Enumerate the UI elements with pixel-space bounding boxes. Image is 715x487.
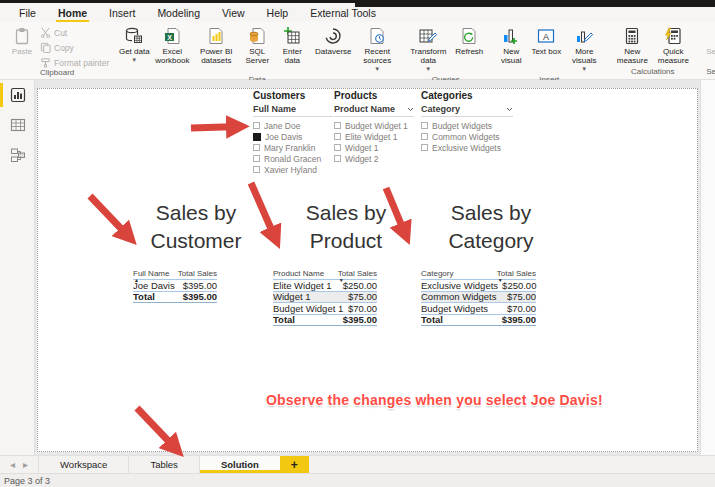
customers-slicer[interactable]: Customers Full Name Jane Doe Joe Davis M… (253, 90, 333, 175)
menu-tab-help[interactable]: Help (256, 4, 300, 22)
chevron-down-icon[interactable] (506, 107, 513, 112)
get-data-button[interactable]: Get data▼ (117, 24, 151, 66)
slicer-item[interactable]: Common Widgets (421, 131, 513, 142)
copy-label: Copy (54, 43, 74, 53)
checkbox-unchecked-icon[interactable] (253, 144, 260, 151)
new-visual-button[interactable]: New visual (494, 24, 528, 67)
annotation-text[interactable]: Observe the changes when you select Joe … (266, 392, 603, 408)
slicer-item[interactable]: Widget 2 (334, 153, 414, 164)
calculator-icon (622, 26, 642, 46)
paste-label: Paste (12, 47, 32, 56)
checkbox-unchecked-icon[interactable] (334, 144, 341, 151)
slicer-item[interactable]: Jane Doe (253, 120, 333, 131)
new-visual-label: New visual (495, 47, 527, 65)
slicer-item[interactable]: Xavier Hyland (253, 164, 333, 175)
quick-measure-button[interactable]: Quick measure (653, 24, 693, 67)
sales-by-category-table[interactable]: Category Total Sales▼ Exclusive Widgets$… (421, 267, 536, 326)
sales-by-product-title[interactable]: Sales by Product (280, 199, 412, 255)
dataverse-icon (323, 26, 343, 46)
data-view-button[interactable] (0, 110, 35, 140)
power-bi-datasets-button[interactable]: Power BI datasets (193, 24, 239, 67)
table-row[interactable]: Elite Widget 1$250.00 (273, 280, 377, 292)
menu-tab-file[interactable]: File (8, 4, 47, 22)
checkbox-unchecked-icon[interactable] (421, 144, 428, 151)
cut-label: Cut (54, 28, 67, 38)
checkbox-unchecked-icon[interactable] (421, 133, 428, 140)
data-view-icon (10, 117, 26, 133)
menu-tab-view[interactable]: View (211, 4, 256, 22)
recent-sources-button[interactable]: Recent sources▼ (357, 24, 397, 75)
table-row[interactable]: Common Widgets$75.00 (421, 292, 536, 304)
enter-data-button[interactable]: Enter data (275, 24, 309, 67)
format-painter-button[interactable]: Format painter (40, 57, 109, 68)
more-visuals-icon (574, 26, 594, 46)
slicer-item[interactable]: Ronald Gracen (253, 153, 333, 164)
slicer-field-header[interactable]: Product Name (334, 104, 414, 117)
excel-workbook-button[interactable]: X Excel workbook (152, 24, 192, 67)
checkbox-unchecked-icon[interactable] (253, 155, 260, 162)
menu-tab-home[interactable]: Home (47, 4, 98, 22)
canvas-scrollbar-track[interactable] (700, 80, 715, 455)
report-view-button[interactable] (0, 80, 35, 110)
checkbox-unchecked-icon[interactable] (334, 122, 341, 129)
checkbox-unchecked-icon[interactable] (334, 133, 341, 140)
new-measure-button[interactable]: New measure (612, 24, 652, 67)
categories-slicer[interactable]: Categories Category Budget Widgets Commo… (421, 90, 513, 153)
slicer-item[interactable]: Widget 1 (334, 142, 414, 153)
sales-by-customer-table[interactable]: Full Name▲ Total Sales Joe Davis$395.00 … (133, 267, 217, 303)
slicer-item[interactable]: Exclusive Widgets (421, 142, 513, 153)
model-view-icon (10, 147, 26, 163)
table-row[interactable]: Exclusive Widgets$250.00 (421, 280, 536, 292)
sales-by-customer-title[interactable]: Sales by Customer (121, 199, 271, 255)
slicer-field-header[interactable]: Full Name (253, 104, 333, 117)
menu-tab-modeling[interactable]: Modeling (146, 4, 211, 22)
new-page-button[interactable]: + (280, 456, 309, 473)
sensitivity-button[interactable]: Sensitivity▼ (701, 24, 715, 66)
more-visuals-button[interactable]: More visuals▼ (564, 24, 604, 75)
checkbox-unchecked-icon[interactable] (253, 166, 260, 173)
dataverse-button[interactable]: Dataverse (310, 24, 356, 58)
slicer-item[interactable]: Budget Widgets (421, 120, 513, 131)
page-tab-solution[interactable]: Solution (199, 456, 280, 473)
table-row[interactable]: Joe Davis$395.00 (133, 280, 217, 292)
ribbon-group-data: Get data▼ X Excel workbook Power BI data… (114, 23, 400, 78)
recent-sources-icon (367, 26, 387, 46)
next-page-arrow-icon[interactable]: ▸ (23, 459, 28, 470)
slicer-item[interactable]: Mary Franklin (253, 142, 333, 153)
paste-button[interactable]: Paste (5, 24, 39, 58)
ribbon-group-queries: Transform data▼ Refresh Queries (402, 23, 489, 78)
checkbox-unchecked-icon[interactable] (421, 122, 428, 129)
dropdown-caret-icon: ▼ (581, 66, 587, 73)
slicer-item[interactable]: Elite Widget 1 (334, 131, 414, 142)
transform-data-button[interactable]: Transform data▼ (405, 24, 451, 75)
previous-page-arrow-icon[interactable]: ◂ (10, 459, 15, 470)
checkbox-checked-icon[interactable] (253, 133, 261, 141)
page-tab-tables[interactable]: Tables (128, 456, 198, 473)
report-page[interactable]: Customers Full Name Jane Doe Joe Davis M… (37, 88, 698, 452)
table-header-row[interactable]: Category Total Sales▼ (421, 267, 536, 280)
quick-measure-label: Quick measure (654, 47, 692, 65)
menu-tab-insert[interactable]: Insert (98, 4, 146, 22)
sales-by-category-title[interactable]: Sales by Category (421, 199, 561, 255)
slicer-field-header[interactable]: Category (421, 104, 513, 117)
checkbox-unchecked-icon[interactable] (334, 155, 341, 162)
model-view-button[interactable] (0, 140, 35, 170)
get-data-label: Get data (119, 47, 150, 56)
slicer-item[interactable]: Budget Widget 1 (334, 120, 414, 131)
page-tab-workspace[interactable]: Workspace (38, 456, 128, 473)
table-header-row[interactable]: Full Name▲ Total Sales (133, 267, 217, 280)
checkbox-unchecked-icon[interactable] (253, 122, 260, 129)
refresh-button[interactable]: Refresh (452, 24, 486, 58)
table-row[interactable]: Widget 1$75.00 (273, 292, 377, 304)
table-row[interactable]: Budget Widgets$70.00 (421, 303, 536, 315)
chevron-down-icon[interactable] (407, 107, 414, 112)
sql-server-button[interactable]: SQL Server (240, 24, 274, 67)
copy-button[interactable]: Copy (40, 42, 109, 53)
table-header-row[interactable]: Product Name Total Sales▼ (273, 267, 377, 280)
text-box-button[interactable]: A Text box (529, 24, 563, 58)
table-row[interactable]: Budget Widget 1$70.00 (273, 303, 377, 315)
slicer-item-selected[interactable]: Joe Davis (253, 131, 333, 142)
products-slicer[interactable]: Products Product Name Budget Widget 1 El… (334, 90, 414, 164)
cut-button[interactable]: Cut (40, 27, 109, 38)
sales-by-product-table[interactable]: Product Name Total Sales▼ Elite Widget 1… (273, 267, 377, 326)
